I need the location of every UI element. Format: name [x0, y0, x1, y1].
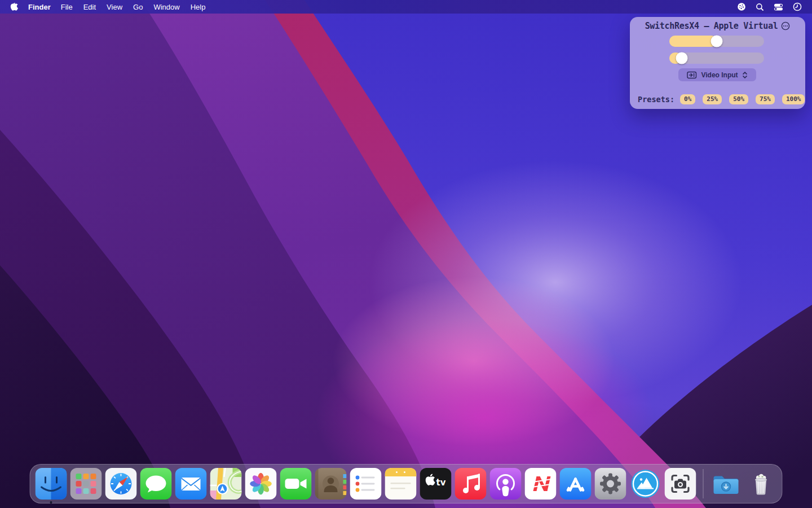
slider-1-thumb[interactable]: [711, 36, 723, 47]
menu-bar: Finder File Edit View Go Window Help: [0, 0, 812, 14]
menu-help[interactable]: Help: [191, 3, 206, 11]
apple-menu[interactable]: [10, 2, 19, 12]
video-input-label: Video Input: [701, 71, 738, 79]
slider-1-fill: [669, 36, 717, 47]
preset-50-button[interactable]: 50%: [729, 94, 748, 104]
dock-notes-icon[interactable]: [385, 468, 417, 500]
menu-window[interactable]: Window: [153, 3, 179, 11]
preset-0-button[interactable]: 0%: [680, 94, 695, 104]
preset-75-button[interactable]: 75%: [756, 94, 775, 104]
brightness-slider-2[interactable]: [669, 52, 764, 64]
dock-downloads-folder-icon[interactable]: [710, 468, 742, 500]
brightness-slider-1[interactable]: [669, 36, 764, 47]
menu-go[interactable]: Go: [133, 3, 143, 11]
panel-title: SwitchResX4 – Apple Virtual: [645, 21, 778, 31]
dock-separator: [703, 469, 704, 498]
dock-safari-icon[interactable]: [105, 468, 137, 500]
dock-system-preferences-icon[interactable]: [595, 468, 626, 500]
preset-25-button[interactable]: 25%: [703, 94, 722, 104]
video-input-icon: [687, 71, 697, 79]
menu-edit[interactable]: Edit: [83, 3, 96, 11]
svg-text:tv: tv: [436, 478, 446, 488]
dock-podcasts-icon[interactable]: [490, 468, 522, 500]
ellipsis-circle-icon[interactable]: [781, 21, 790, 30]
dock-facetime-icon[interactable]: [280, 468, 312, 500]
presets-row: Presets: 0% 25% 50% 75% 100%: [638, 94, 805, 104]
menu-file[interactable]: File: [61, 3, 73, 11]
spotlight-search-icon[interactable]: [756, 3, 764, 11]
status-icons: [737, 2, 802, 11]
dock-finder-icon[interactable]: [36, 468, 67, 500]
dock-screenshot-icon[interactable]: [665, 468, 696, 500]
active-app-name[interactable]: Finder: [28, 3, 51, 11]
preset-buttons: 0% 25% 50% 75% 100%: [680, 94, 805, 104]
slider-2-thumb[interactable]: [676, 52, 687, 64]
dock-music-icon[interactable]: [455, 468, 487, 500]
desktop[interactable]: Finder File Edit View Go Window Help: [0, 0, 812, 508]
panel-title-row: SwitchResX4 – Apple Virtual: [630, 21, 805, 31]
menu-view[interactable]: View: [107, 3, 122, 11]
apple-logo-icon: [10, 2, 19, 12]
switchresx-panel: SwitchResX4 – Apple Virtual Video: [630, 17, 805, 109]
finder-running-indicator: [50, 501, 52, 503]
control-center-icon[interactable]: [774, 3, 783, 11]
dock-news-icon[interactable]: [525, 468, 557, 500]
dock-contacts-icon[interactable]: [315, 468, 347, 500]
dock-messages-icon[interactable]: [140, 468, 172, 500]
menu-items: File Edit View Go Window Help: [61, 3, 206, 11]
dock: tv: [30, 464, 783, 503]
dock-mountain-app-icon[interactable]: [630, 468, 661, 500]
dock-reminders-icon[interactable]: [350, 468, 382, 500]
video-input-dropdown[interactable]: Video Input: [678, 68, 756, 81]
dock-app-store-icon[interactable]: [560, 468, 592, 500]
dock-mail-icon[interactable]: [175, 468, 207, 500]
dock-photos-icon[interactable]: [245, 468, 277, 500]
dotted-circle-icon[interactable]: [737, 2, 746, 11]
clock-icon[interactable]: [793, 2, 802, 11]
preset-100-button[interactable]: 100%: [782, 94, 805, 104]
presets-label: Presets:: [638, 95, 674, 104]
dock-trash-icon[interactable]: [745, 468, 777, 500]
dock-launchpad-icon[interactable]: [70, 468, 102, 500]
dock-apple-tv-icon[interactable]: tv: [420, 468, 452, 500]
dock-maps-icon[interactable]: [210, 468, 242, 500]
up-down-chevron-icon: [742, 71, 748, 79]
